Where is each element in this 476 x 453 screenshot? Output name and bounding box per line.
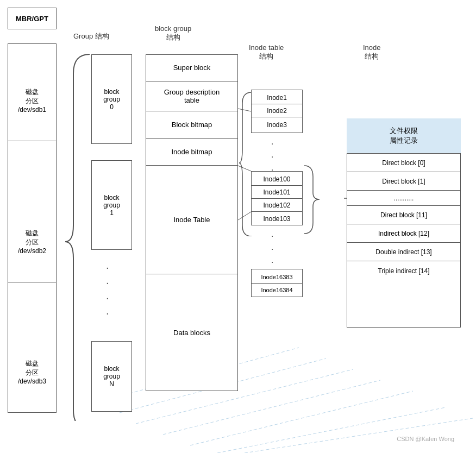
double-indirect-13-row: Double indirect [13] (347, 243, 461, 261)
direct-block-dots-row: ........... (347, 191, 461, 206)
disk-partition-2: 磁盘 分区 /dev/sdb2 (8, 201, 57, 282)
inode16384-row: Inode16384 (251, 284, 303, 297)
inode102-row: Inode102 (251, 199, 303, 212)
inode1-row: Inode1 (251, 91, 303, 104)
inode-table-brace (238, 90, 253, 236)
group-description-row: Group descriptiontable (146, 81, 238, 111)
triple-indirect-14-row: Triple indirect [14] (347, 261, 461, 280)
watermark: CSDN @Kafen Wong (397, 436, 454, 442)
inode-table-structure-label: Inode table结构 (249, 43, 284, 61)
inode-bitmap-row: Inode bitmap (146, 139, 238, 166)
inode103-row: Inode103 (251, 212, 303, 225)
direct-block-1-row: Direct block [1] (347, 172, 461, 191)
block-group-n: block group N (91, 341, 132, 412)
disk-partition-2-label: 磁盘 分区 /dev/sdb2 (18, 229, 46, 255)
block-group-0: block group 0 (91, 54, 132, 144)
inode-structure-label: Inode结构 (363, 43, 381, 61)
disk-partition-3-label: 磁盘 分区 /dev/sdb3 (18, 359, 46, 385)
inode-dots-2: ··· (271, 230, 273, 269)
direct-block-11-row: Direct block [11] (347, 206, 461, 224)
inode-struct-brace (303, 163, 344, 236)
data-blocks-row: Data blocks (146, 274, 238, 391)
inode100-row: Inode100 (251, 173, 303, 186)
disk-partition-3: 磁盘 分区 /dev/sdb3 (8, 331, 57, 413)
inode3-row: Inode3 (251, 117, 303, 133)
indirect-block-12-row: Indirect block [12] (347, 224, 461, 243)
inode-table-row: Inode Table (146, 166, 238, 274)
block-group-structure-label: block group结构 (155, 16, 191, 42)
mbr-gpt-label: MBR/GPT (16, 15, 48, 23)
inode16383-row: Inode16383 (251, 270, 303, 284)
disk-partition-1: 磁盘 分区 /dev/sdb1 (8, 60, 57, 141)
dots-between-groups: ···· (106, 260, 109, 320)
direct-block-0-row: Direct block [0] (347, 154, 461, 172)
inode101-row: Inode101 (251, 186, 303, 199)
disk-partition-1-label: 磁盘 分区 /dev/sdb1 (18, 87, 46, 114)
inode2-row: Inode2 (251, 104, 303, 117)
svg-line-3 (217, 407, 446, 453)
group-structure-label: Group 结构 (73, 32, 109, 41)
block-group-1: block group 1 (91, 160, 132, 250)
diagram: MBR/GPT 磁盘 分区 /dev/sdb1 磁盘 分区 /dev/sdb2 … (0, 0, 476, 453)
block-bitmap-row: Block bitmap (146, 111, 238, 139)
group-brace (62, 52, 92, 421)
super-block-row: Super block (146, 54, 238, 81)
mbr-gpt-box: MBR/GPT (8, 8, 57, 29)
svg-line-2 (190, 391, 413, 445)
inode-attr-header: 文件权限属性记录 (347, 118, 461, 154)
